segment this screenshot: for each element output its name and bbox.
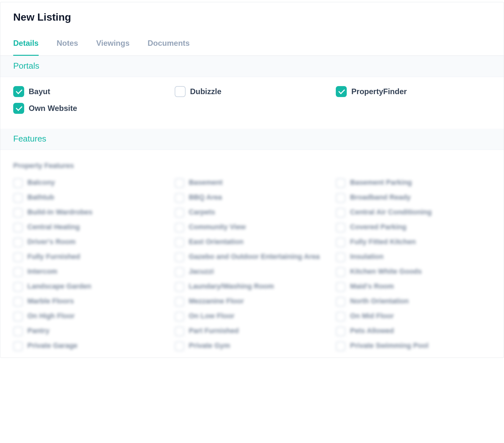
feature-checkbox[interactable] — [175, 267, 184, 277]
portal-checkbox-bayut[interactable] — [13, 86, 24, 97]
tabs: Details Notes Viewings Documents — [0, 23, 504, 56]
feature-item: Jacuzzi — [175, 267, 330, 277]
feature-item: Private Swimming Pool — [336, 341, 491, 351]
feature-checkbox[interactable] — [175, 341, 184, 351]
feature-checkbox[interactable] — [175, 208, 184, 218]
feature-item: Maid's Room — [336, 281, 491, 292]
feature-checkbox[interactable] — [175, 238, 184, 247]
feature-checkbox[interactable] — [175, 193, 184, 203]
feature-item: Driver's Room — [13, 237, 168, 247]
feature-label: Community View — [189, 222, 246, 232]
portal-checkbox-propertyfinder[interactable] — [336, 86, 347, 97]
feature-checkbox[interactable] — [336, 238, 345, 247]
feature-item: Balcony — [13, 178, 168, 188]
portal-checkbox-ownwebsite[interactable] — [13, 103, 24, 114]
listing-form: New Listing Details Notes Viewings Docum… — [0, 2, 504, 358]
feature-label: Gazebo and Outdoor Entertaining Area — [189, 252, 320, 262]
tab-notes[interactable]: Notes — [57, 39, 78, 56]
portals-section-title: Portals — [13, 61, 491, 71]
feature-checkbox[interactable] — [13, 252, 23, 262]
feature-label: Central Heating — [27, 222, 80, 232]
feature-checkbox[interactable] — [336, 297, 345, 307]
feature-checkbox[interactable] — [13, 267, 23, 277]
feature-item: Basement Parking — [336, 178, 491, 188]
feature-item: North Orientation — [336, 296, 491, 307]
feature-item: Fully Fitted Kitchen — [336, 237, 491, 247]
features-section-header: Features — [0, 129, 504, 150]
feature-item: Mezzanine Floor — [175, 296, 330, 307]
feature-checkbox[interactable] — [175, 178, 184, 188]
feature-checkbox[interactable] — [336, 341, 345, 351]
feature-label: Intercom — [27, 267, 57, 277]
portal-label: Own Website — [29, 104, 77, 113]
feature-item: Part Furnished — [175, 326, 330, 336]
feature-checkbox[interactable] — [13, 238, 23, 247]
features-body: Property Features BalconyBasementBasemen… — [0, 150, 504, 358]
portal-label: Dubizzle — [190, 87, 221, 96]
feature-checkbox[interactable] — [175, 223, 184, 232]
feature-checkbox[interactable] — [336, 327, 345, 336]
feature-label: Fully Furnished — [27, 252, 80, 262]
feature-checkbox[interactable] — [336, 252, 345, 262]
feature-checkbox[interactable] — [13, 223, 23, 232]
feature-checkbox[interactable] — [336, 208, 345, 218]
feature-label: Mezzanine Floor — [189, 296, 244, 306]
portal-item-ownwebsite: Own Website — [13, 103, 168, 114]
feature-label: Marble Floors — [27, 296, 74, 306]
portal-label: Bayut — [29, 87, 50, 96]
feature-item: Pantry — [13, 326, 168, 336]
portal-item-bayut: Bayut — [13, 86, 168, 97]
feature-item: Intercom — [13, 267, 168, 277]
feature-checkbox[interactable] — [175, 252, 184, 262]
feature-checkbox[interactable] — [13, 208, 23, 218]
page-title: New Listing — [13, 11, 491, 23]
feature-checkbox[interactable] — [175, 282, 184, 292]
feature-label: Balcony — [27, 178, 55, 188]
portal-checkbox-dubizzle[interactable] — [175, 86, 186, 97]
feature-label: BBQ Area — [189, 192, 222, 202]
portal-item-propertyfinder: PropertyFinder — [336, 86, 491, 97]
feature-item: Covered Parking — [336, 222, 491, 232]
feature-checkbox[interactable] — [13, 193, 23, 203]
feature-checkbox[interactable] — [336, 178, 345, 188]
feature-item: Private Gym — [175, 341, 330, 351]
feature-checkbox[interactable] — [175, 312, 184, 321]
feature-checkbox[interactable] — [175, 327, 184, 336]
feature-item: Central Heating — [13, 222, 168, 232]
feature-label: Private Gym — [189, 341, 230, 351]
feature-checkbox[interactable] — [336, 282, 345, 292]
feature-label: Laundary/Washing Room — [189, 281, 274, 291]
tab-documents[interactable]: Documents — [148, 39, 190, 56]
feature-checkbox[interactable] — [336, 267, 345, 277]
feature-checkbox[interactable] — [336, 223, 345, 232]
feature-label: Jacuzzi — [189, 267, 214, 277]
feature-label: Basement Parking — [350, 178, 412, 188]
feature-item: On High Floor — [13, 311, 168, 321]
feature-checkbox[interactable] — [13, 327, 23, 336]
features-section-title: Features — [13, 134, 491, 144]
feature-label: North Orientation — [350, 296, 409, 306]
feature-item: BBQ Area — [175, 192, 330, 203]
feature-label: Insulation — [350, 252, 383, 262]
feature-checkbox[interactable] — [336, 193, 345, 203]
feature-item: Basement — [175, 178, 330, 188]
feature-label: East Orientation — [189, 237, 244, 247]
feature-label: Kitchen White Goods — [350, 267, 422, 277]
feature-checkbox[interactable] — [13, 178, 23, 188]
feature-checkbox[interactable] — [13, 312, 23, 321]
tab-viewings[interactable]: Viewings — [96, 39, 130, 56]
feature-checkbox[interactable] — [13, 282, 23, 292]
feature-item: Landscape Garden — [13, 281, 168, 292]
portal-item-dubizzle: Dubizzle — [175, 86, 330, 97]
feature-checkbox[interactable] — [13, 297, 23, 307]
feature-checkbox[interactable] — [336, 312, 345, 321]
feature-label: On Mid Floor — [350, 311, 394, 321]
tab-details[interactable]: Details — [13, 39, 39, 56]
feature-label: Private Swimming Pool — [350, 341, 428, 351]
feature-item: Private Garage — [13, 341, 168, 351]
feature-label: Maid's Room — [350, 281, 394, 291]
feature-checkbox[interactable] — [13, 341, 23, 351]
feature-label: Broadband Ready — [350, 192, 411, 202]
feature-label: Landscape Garden — [27, 281, 91, 291]
feature-checkbox[interactable] — [175, 297, 184, 307]
